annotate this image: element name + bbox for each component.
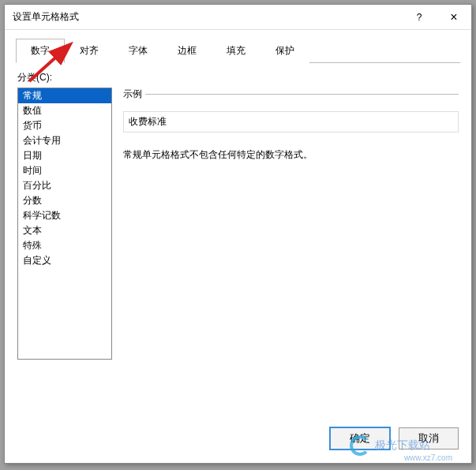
list-item[interactable]: 会计专用 <box>18 133 111 148</box>
list-item[interactable]: 数值 <box>18 103 111 118</box>
help-button[interactable]: ? <box>402 5 437 29</box>
tab-label: 对齐 <box>80 45 99 56</box>
tab-border[interactable]: 边框 <box>163 39 212 63</box>
tab-protection[interactable]: 保护 <box>260 39 309 63</box>
window-title: 设置单元格格式 <box>13 10 402 24</box>
tab-font[interactable]: 字体 <box>114 39 163 63</box>
footer: 确定 取消 <box>5 417 471 463</box>
cancel-button[interactable]: 取消 <box>399 427 459 449</box>
close-icon: × <box>450 10 457 24</box>
list-item[interactable]: 文本 <box>18 223 111 238</box>
tab-label: 数字 <box>31 45 50 56</box>
list-item[interactable]: 日期 <box>18 148 111 163</box>
tab-strip: 数字 对齐 字体 边框 填充 保护 <box>16 38 460 63</box>
sample-group: 示例 收费标准 <box>123 94 459 132</box>
list-item[interactable]: 科学记数 <box>18 208 111 223</box>
list-item[interactable]: 百分比 <box>18 178 111 193</box>
tab-strip-container: 数字 对齐 字体 边框 填充 保护 <box>5 30 471 63</box>
list-item[interactable]: 自定义 <box>18 253 111 268</box>
close-button[interactable]: × <box>437 5 471 29</box>
content-area: 分类(C): 常规 数值 货币 会计专用 日期 时间 百分比 分数 科学记数 文… <box>5 63 471 417</box>
tab-label: 保护 <box>275 45 294 56</box>
list-item[interactable]: 货币 <box>18 118 111 133</box>
list-item[interactable]: 常规 <box>18 88 111 103</box>
format-description: 常规单元格格式不包含任何特定的数字格式。 <box>123 148 459 162</box>
button-label: 确定 <box>350 432 370 444</box>
help-icon: ? <box>417 12 422 23</box>
right-panel: 示例 收费标准 常规单元格格式不包含任何特定的数字格式。 <box>112 88 459 409</box>
list-item[interactable]: 时间 <box>18 163 111 178</box>
sample-title: 示例 <box>123 88 145 101</box>
tab-label: 边框 <box>178 45 197 56</box>
sample-value: 收费标准 <box>123 111 459 132</box>
ok-button[interactable]: 确定 <box>329 427 391 450</box>
category-listbox[interactable]: 常规 数值 货币 会计专用 日期 时间 百分比 分数 科学记数 文本 特殊 自定… <box>17 88 112 360</box>
tab-label: 字体 <box>129 45 148 56</box>
titlebar: 设置单元格格式 ? × <box>5 5 471 30</box>
tab-label: 填充 <box>227 45 245 56</box>
content-row: 常规 数值 货币 会计专用 日期 时间 百分比 分数 科学记数 文本 特殊 自定… <box>17 88 459 409</box>
button-label: 取消 <box>418 432 439 444</box>
window-controls: ? × <box>402 5 471 29</box>
watermark-url: www.xz7.com <box>404 453 452 462</box>
format-cells-dialog: 设置单元格格式 ? × 数字 对齐 字体 边框 填充 保护 分类(C): 常规 … <box>4 4 472 464</box>
list-item[interactable]: 特殊 <box>18 238 111 253</box>
tab-fill[interactable]: 填充 <box>212 39 260 63</box>
list-item[interactable]: 分数 <box>18 193 111 208</box>
tab-alignment[interactable]: 对齐 <box>65 39 114 63</box>
category-label: 分类(C): <box>17 71 459 84</box>
tab-number[interactable]: 数字 <box>16 39 65 63</box>
